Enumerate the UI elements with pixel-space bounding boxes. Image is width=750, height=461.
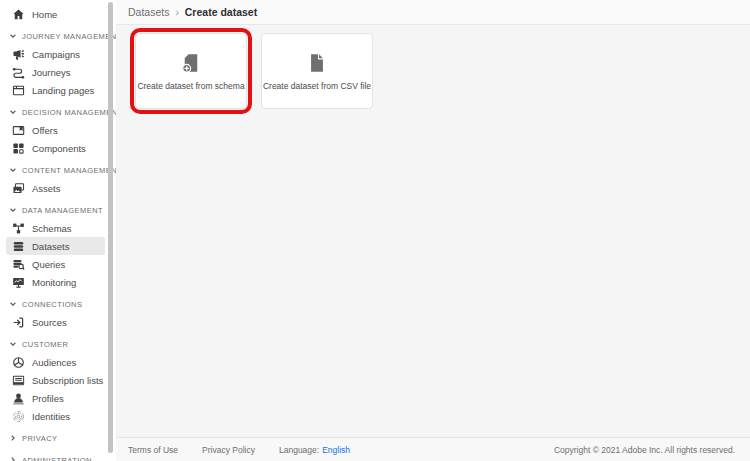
language-setting: Language: English xyxy=(279,445,350,455)
card-create-dataset-from-schema[interactable]: Create dataset from schema xyxy=(135,33,247,109)
sidebar-section-label: JOURNEY MANAGEMENT xyxy=(22,32,116,41)
sidebar-item-assets[interactable]: Assets xyxy=(6,179,105,197)
main-area: Datasets › Create dataset Create dataset… xyxy=(116,0,750,461)
sidebar-section-journey-management[interactable]: JOURNEY MANAGEMENT xyxy=(0,27,116,45)
chevron-down-icon xyxy=(9,206,17,214)
journeys-icon xyxy=(12,66,25,79)
card-label: Create dataset from schema xyxy=(137,81,244,91)
card-wrap: Create dataset from schema xyxy=(135,33,247,109)
sidebar-item-label: Landing pages xyxy=(32,85,94,96)
audiences-icon xyxy=(12,356,25,369)
queries-icon xyxy=(12,258,25,271)
chevron-down-icon xyxy=(9,32,17,40)
sidebar-nav: HomeJOURNEY MANAGEMENTCampaignsJourneysL… xyxy=(0,5,116,461)
sidebar-item-components[interactable]: Components xyxy=(6,139,105,157)
sidebar-section-privacy[interactable]: PRIVACY xyxy=(0,429,116,447)
landing-pages-icon xyxy=(12,84,25,97)
sidebar-item-label: Home xyxy=(32,9,57,20)
sidebar-section-label: CONTENT MANAGEMENT xyxy=(22,166,116,175)
breadcrumb: Datasets › Create dataset xyxy=(128,6,257,18)
csv-file-icon xyxy=(306,52,328,74)
sidebar-item-identities[interactable]: Identities xyxy=(6,407,105,425)
chevron-right-icon xyxy=(9,434,17,442)
language-label: Language: xyxy=(279,445,319,455)
card-label: Create dataset from CSV file xyxy=(263,81,371,91)
chevron-right-icon xyxy=(9,456,17,461)
sidebar-item-home[interactable]: Home xyxy=(6,5,105,23)
sidebar-section-connections[interactable]: CONNECTIONS xyxy=(0,295,116,313)
identities-icon xyxy=(12,410,25,423)
sidebar-section-label: DECISION MANAGEMENT xyxy=(22,108,116,117)
breadcrumb-datasets[interactable]: Datasets xyxy=(128,6,169,18)
assets-icon xyxy=(12,182,25,195)
sidebar-item-offers[interactable]: Offers xyxy=(6,121,105,139)
chevron-down-icon xyxy=(9,108,17,116)
offers-icon xyxy=(12,124,25,137)
sidebar-section-administration[interactable]: ADMINISTRATION xyxy=(0,451,116,461)
monitoring-icon xyxy=(12,276,25,289)
sidebar-item-datasets[interactable]: Datasets xyxy=(6,237,105,255)
sidebar-item-label: Assets xyxy=(32,183,61,194)
sidebar-section-decision-management[interactable]: DECISION MANAGEMENT xyxy=(0,103,116,121)
sidebar-item-label: Schemas xyxy=(32,223,72,234)
app-root: HomeJOURNEY MANAGEMENTCampaignsJourneysL… xyxy=(0,0,750,461)
sidebar-item-label: Audiences xyxy=(32,357,76,368)
sidebar-item-label: Campaigns xyxy=(32,49,80,60)
sources-icon xyxy=(12,316,25,329)
sidebar-item-label: Profiles xyxy=(32,393,64,404)
sidebar: HomeJOURNEY MANAGEMENTCampaignsJourneysL… xyxy=(0,0,116,461)
sidebar-item-label: Offers xyxy=(32,125,58,136)
sidebar-item-landing-pages[interactable]: Landing pages xyxy=(6,81,105,99)
sidebar-item-label: Sources xyxy=(32,317,67,328)
chevron-down-icon xyxy=(9,166,17,174)
sidebar-section-label: CUSTOMER xyxy=(22,340,68,349)
chevron-down-icon xyxy=(9,300,17,308)
sidebar-section-label: CONNECTIONS xyxy=(22,300,82,309)
sidebar-item-label: Components xyxy=(32,143,86,154)
chevron-down-icon xyxy=(9,340,17,348)
sidebar-item-schemas[interactable]: Schemas xyxy=(6,219,105,237)
sidebar-section-label: ADMINISTRATION xyxy=(22,456,92,461)
home-icon xyxy=(12,8,25,21)
sidebar-item-campaigns[interactable]: Campaigns xyxy=(6,45,105,63)
sidebar-section-label: PRIVACY xyxy=(22,434,58,443)
language-english-link[interactable]: English xyxy=(322,445,350,455)
datasets-icon xyxy=(12,240,25,253)
subscription-lists-icon xyxy=(12,374,25,387)
dataset-schema-icon xyxy=(180,52,202,74)
campaigns-icon xyxy=(12,48,25,61)
privacy-policy-link[interactable]: Privacy Policy xyxy=(202,445,255,455)
copyright-text: Copyright © 2021 Adobe Inc. All rights r… xyxy=(554,445,735,455)
sidebar-item-label: Journeys xyxy=(32,67,71,78)
footer: Terms of Use Privacy Policy Language: En… xyxy=(116,437,750,461)
sidebar-scrollbar[interactable] xyxy=(108,2,113,453)
sidebar-item-label: Identities xyxy=(32,411,70,422)
sidebar-item-journeys[interactable]: Journeys xyxy=(6,63,105,81)
sidebar-item-label: Subscription lists xyxy=(32,375,103,386)
sidebar-item-queries[interactable]: Queries xyxy=(6,255,105,273)
sidebar-section-customer[interactable]: CUSTOMER xyxy=(0,335,116,353)
sidebar-section-data-management[interactable]: DATA MANAGEMENT xyxy=(0,201,116,219)
sidebar-item-subscription-lists[interactable]: Subscription lists xyxy=(6,371,105,389)
page-header: Datasets › Create dataset xyxy=(116,0,750,25)
footer-links: Terms of Use Privacy Policy Language: En… xyxy=(128,445,350,455)
card-wrap: Create dataset from CSV file xyxy=(261,33,373,109)
content: Create dataset from schemaCreate dataset… xyxy=(116,25,750,437)
sidebar-item-label: Queries xyxy=(32,259,65,270)
sidebar-item-label: Monitoring xyxy=(32,277,76,288)
terms-of-use-link[interactable]: Terms of Use xyxy=(128,445,178,455)
sidebar-item-profiles[interactable]: Profiles xyxy=(6,389,105,407)
profiles-icon xyxy=(12,392,25,405)
sidebar-item-label: Datasets xyxy=(32,241,70,252)
sidebar-section-label: DATA MANAGEMENT xyxy=(22,206,103,215)
sidebar-item-audiences[interactable]: Audiences xyxy=(6,353,105,371)
breadcrumb-current-page: Create dataset xyxy=(185,6,257,18)
schemas-icon xyxy=(12,222,25,235)
sidebar-item-sources[interactable]: Sources xyxy=(6,313,105,331)
breadcrumb-separator-icon: › xyxy=(175,7,178,18)
components-icon xyxy=(12,142,25,155)
card-create-dataset-from-csv-file[interactable]: Create dataset from CSV file xyxy=(261,33,373,109)
sidebar-item-monitoring[interactable]: Monitoring xyxy=(6,273,105,291)
sidebar-section-content-management[interactable]: CONTENT MANAGEMENT xyxy=(0,161,116,179)
